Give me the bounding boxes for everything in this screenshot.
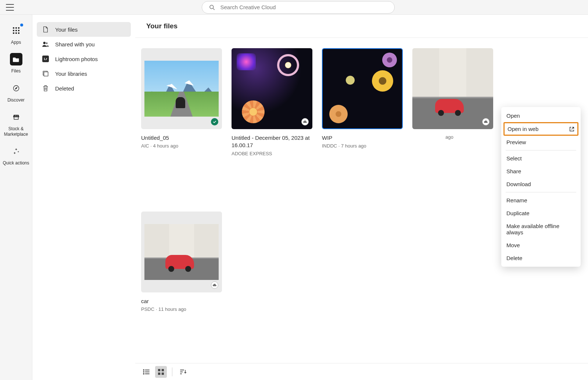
rail-label: Apps xyxy=(11,40,21,45)
main-header: Your files xyxy=(135,15,588,38)
sidebar-lightroom[interactable]: Lr Lightroom photos xyxy=(37,52,131,66)
sidebar: Your files Shared with you Lr Lightroom … xyxy=(32,15,135,380)
svg-rect-18 xyxy=(145,373,150,374)
menu-icon[interactable] xyxy=(6,4,14,11)
file-card[interactable]: WIP INDDC · 7 hours ago xyxy=(322,48,403,197)
file-card[interactable]: Untitled - December 05, 2023 at 16.00.17… xyxy=(232,48,312,197)
svg-rect-20 xyxy=(162,369,164,371)
svg-rect-25 xyxy=(180,373,182,374)
sidebar-your-files[interactable]: Your files xyxy=(37,22,131,37)
rail-apps[interactable]: Apps xyxy=(10,24,22,45)
sidebar-item-label: Deleted xyxy=(55,85,74,92)
file-card[interactable]: ago xyxy=(412,48,493,197)
svg-line-1 xyxy=(213,8,215,10)
status-ok-icon xyxy=(211,118,218,125)
menu-open-in-web[interactable]: Open in web xyxy=(503,122,578,136)
thumbnail[interactable] xyxy=(141,48,222,129)
search-input[interactable] xyxy=(220,4,388,10)
sort-button[interactable] xyxy=(178,366,189,378)
file-title: car xyxy=(141,298,222,305)
menu-open[interactable]: Open xyxy=(501,109,581,122)
menu-label: Open in web xyxy=(508,126,538,132)
notification-dot xyxy=(20,24,23,26)
svg-rect-14 xyxy=(145,369,150,370)
svg-rect-4 xyxy=(14,115,15,116)
thumbnail[interactable] xyxy=(322,48,403,129)
svg-rect-24 xyxy=(180,372,183,372)
svg-point-0 xyxy=(210,5,214,9)
svg-rect-6 xyxy=(17,115,18,116)
people-icon xyxy=(42,40,49,48)
sidebar-item-label: Shared with you xyxy=(55,41,95,47)
layout: Apps Files Discover Stock & Marketplace … xyxy=(0,15,588,380)
files-icon xyxy=(10,53,22,65)
list-view-button[interactable] xyxy=(140,366,152,378)
sidebar-libraries[interactable]: Your libraries xyxy=(37,66,131,81)
rail-label: Stock & Marketplace xyxy=(0,126,32,137)
file-card[interactable]: car PSDC · 11 hours ago xyxy=(141,212,222,353)
svg-rect-19 xyxy=(158,369,160,371)
main: Your files Untitled_05 AIC · 4 hours ago… xyxy=(135,15,588,380)
menu-download[interactable]: Download xyxy=(501,178,581,191)
file-icon xyxy=(42,26,49,33)
stock-icon xyxy=(10,111,22,123)
apps-icon xyxy=(10,24,22,37)
context-menu: Open Open in web Preview Select Share Do… xyxy=(501,107,581,267)
libraries-icon xyxy=(42,70,49,77)
menu-move[interactable]: Move xyxy=(501,239,581,252)
svg-rect-9 xyxy=(44,72,48,76)
sidebar-item-label: Lightroom photos xyxy=(55,56,98,62)
svg-point-13 xyxy=(143,369,144,371)
menu-duplicate[interactable]: Duplicate xyxy=(501,207,581,220)
svg-point-8 xyxy=(46,42,48,44)
file-meta: INDDC · 7 hours ago xyxy=(322,143,403,149)
footer-toolbar xyxy=(135,363,588,380)
topbar xyxy=(0,0,588,15)
svg-rect-21 xyxy=(158,372,160,374)
file-meta: PSDC · 11 hours ago xyxy=(141,306,222,312)
rail-nav: Apps Files Discover Stock & Marketplace … xyxy=(0,15,32,380)
sidebar-deleted[interactable]: Deleted xyxy=(37,81,131,96)
rail-quick-actions[interactable]: Quick actions xyxy=(3,145,29,166)
svg-rect-22 xyxy=(162,372,164,374)
rail-label: Files xyxy=(11,68,21,74)
menu-rename[interactable]: Rename xyxy=(501,194,581,207)
svg-point-7 xyxy=(43,42,46,44)
rail-discover[interactable]: Discover xyxy=(7,82,25,103)
discover-icon xyxy=(10,82,22,95)
search-box[interactable] xyxy=(202,1,395,14)
file-card[interactable]: Untitled_05 AIC · 4 hours ago xyxy=(141,48,222,197)
thumbnail[interactable] xyxy=(232,48,312,129)
file-title: WIP xyxy=(322,134,403,142)
search-container xyxy=(14,1,582,14)
search-icon xyxy=(209,4,215,11)
file-title: Untitled_05 xyxy=(141,134,222,142)
thumbnail[interactable] xyxy=(141,212,222,292)
menu-offline[interactable]: Make available offline always xyxy=(501,220,581,239)
sidebar-item-label: Your files xyxy=(55,26,78,33)
menu-share[interactable]: Share xyxy=(501,165,581,178)
rail-label: Discover xyxy=(7,97,25,103)
page-title: Your files xyxy=(146,22,577,30)
rail-stock[interactable]: Stock & Marketplace xyxy=(0,111,32,137)
svg-point-17 xyxy=(143,373,144,374)
sidebar-item-label: Your libraries xyxy=(55,71,87,77)
grid-view-button[interactable] xyxy=(155,366,167,378)
svg-rect-16 xyxy=(145,372,150,372)
file-meta: ago xyxy=(445,134,493,140)
trash-icon xyxy=(42,85,49,92)
menu-delete[interactable]: Delete xyxy=(501,252,581,264)
rail-files[interactable]: Files xyxy=(10,53,22,74)
svg-point-15 xyxy=(143,371,144,373)
menu-preview[interactable]: Preview xyxy=(501,136,581,149)
rail-label: Quick actions xyxy=(3,160,29,166)
cloud-sync-icon xyxy=(301,118,309,125)
divider xyxy=(172,367,172,376)
thumbnail[interactable] xyxy=(412,48,493,129)
sidebar-shared[interactable]: Shared with you xyxy=(37,37,131,52)
menu-separator xyxy=(506,150,576,150)
menu-separator xyxy=(506,192,576,192)
quick-actions-icon xyxy=(10,145,22,157)
menu-select[interactable]: Select xyxy=(501,152,581,165)
external-link-icon xyxy=(569,127,574,132)
